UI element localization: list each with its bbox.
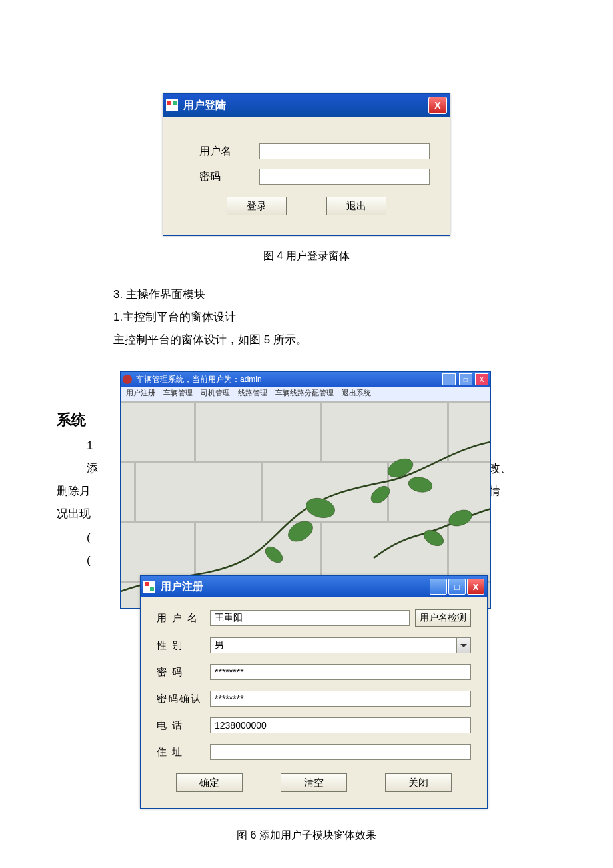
tel-input[interactable] <box>210 717 471 733</box>
svg-point-1 <box>407 475 433 494</box>
menu-item[interactable]: 退出系统 <box>342 388 371 400</box>
main-window: 车辆管理系统，当前用户为：admin _ □ X 用户注册 车辆管理 司机管理 … <box>120 371 491 609</box>
sex-label: 性 别 <box>157 639 210 652</box>
clear-button[interactable]: 清空 <box>281 773 347 792</box>
register-title: 用户注册 <box>161 580 203 594</box>
password2-label: 密码确认 <box>157 693 210 705</box>
name-label: 用 户 名 <box>157 612 210 625</box>
menu-item[interactable]: 司机管理 <box>201 388 230 400</box>
register-body: 用 户 名 用户名检测 性 别 密 码 密码确认 电 话 <box>141 597 487 808</box>
password2-input[interactable] <box>210 691 471 707</box>
password-label: 密 码 <box>157 666 210 679</box>
login-window: 用户登陆 X 用户名 密码 登录 退出 <box>163 93 450 236</box>
svg-point-6 <box>446 507 474 529</box>
svg-point-3 <box>304 495 337 521</box>
maximize-icon[interactable]: □ <box>448 579 466 595</box>
sex-select[interactable] <box>210 637 471 653</box>
bg-text-heading: 系统 <box>57 405 86 435</box>
bg-text-5a: 况出现 <box>57 503 91 525</box>
close-button[interactable]: 关闭 <box>385 773 452 792</box>
addr-input[interactable] <box>210 744 471 760</box>
password-input[interactable] <box>210 664 471 680</box>
bg-text-2a: 1 <box>87 435 93 457</box>
username-input[interactable] <box>259 143 430 159</box>
tel-label: 电 话 <box>157 719 210 732</box>
menu-item[interactable]: 线路管理 <box>238 388 267 400</box>
password-input[interactable] <box>259 169 430 185</box>
login-body: 用户名 密码 登录 退出 <box>163 117 450 235</box>
menu-item[interactable]: 用户注册 <box>126 388 155 400</box>
maximize-icon[interactable]: □ <box>459 373 472 385</box>
menu-item[interactable]: 车辆线路分配管理 <box>275 388 334 400</box>
doc-line-3: 主控制平台的窗体设计，如图 5 所示。 <box>113 329 586 351</box>
close-icon[interactable]: X <box>475 373 488 385</box>
chevron-down-icon[interactable] <box>456 638 470 653</box>
addr-label: 住 址 <box>157 746 210 759</box>
main-menubar: 用户注册 车辆管理 司机管理 线路管理 车辆线路分配管理 退出系统 <box>121 387 490 401</box>
bg-text-4a: 删除月 <box>57 480 91 503</box>
name-input[interactable] <box>210 610 410 626</box>
app-icon <box>143 581 155 593</box>
minimize-icon[interactable]: _ <box>442 373 456 385</box>
figure6-caption: 图 6 添加用户子模块窗体效果 <box>27 829 586 843</box>
doc-line-1: 3. 主操作界面模块 <box>113 283 586 306</box>
register-window: 用户注册 _ □ X 用 户 名 用户名检测 性 别 <box>140 575 488 809</box>
username-label: 用户名 <box>183 145 259 159</box>
app-icon <box>166 99 178 111</box>
main-title: 车辆管理系统，当前用户为：admin <box>136 374 262 385</box>
login-titlebar[interactable]: 用户登陆 X <box>163 94 450 117</box>
svg-point-2 <box>368 483 392 507</box>
figure4-caption: 图 4 用户登录窗体 <box>27 249 586 263</box>
bg-text-7: ( <box>87 549 91 572</box>
close-icon[interactable]: X <box>428 97 447 114</box>
login-button[interactable]: 登录 <box>227 197 287 215</box>
bg-text-6: ( <box>87 527 91 549</box>
ok-button[interactable]: 确定 <box>176 773 243 792</box>
exit-button[interactable]: 退出 <box>326 197 386 215</box>
close-icon[interactable]: X <box>467 579 484 595</box>
menu-item[interactable]: 车辆管理 <box>163 388 193 400</box>
app-icon <box>123 375 132 384</box>
password-label: 密码 <box>183 170 259 184</box>
minimize-icon[interactable]: _ <box>430 579 447 595</box>
main-titlebar[interactable]: 车辆管理系统，当前用户为：admin _ □ X <box>121 372 490 387</box>
check-name-button[interactable]: 用户名检测 <box>415 609 471 627</box>
doc-line-2: 1.主控制平台的窗体设计 <box>113 306 586 329</box>
svg-point-5 <box>263 543 286 565</box>
register-titlebar[interactable]: 用户注册 _ □ X <box>141 576 487 597</box>
login-title: 用户登陆 <box>183 99 226 113</box>
bg-text-3a: 添 <box>87 457 98 480</box>
